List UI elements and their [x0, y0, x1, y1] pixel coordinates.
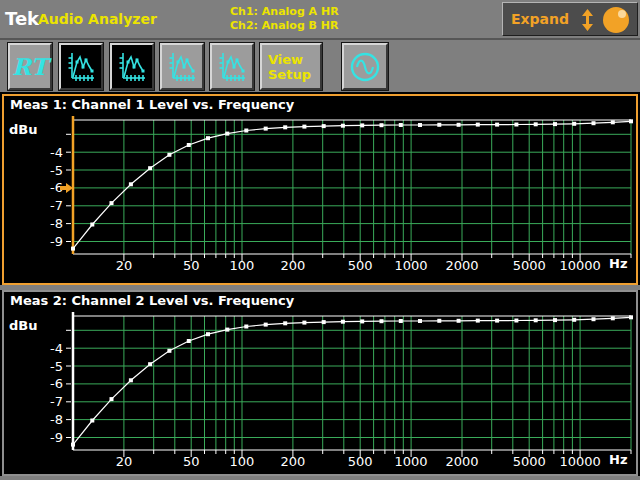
svg-text:100: 100	[230, 258, 255, 273]
title-bar: Tek Audio Analyzer Ch1: Analog A HR Ch2:…	[0, 0, 640, 40]
ch1-status: Ch1: Analog A HR	[230, 5, 339, 19]
panel-separator	[0, 285, 640, 290]
app-title: Audio Analyzer	[38, 11, 157, 27]
svg-text:-8: -8	[50, 216, 63, 231]
sine-wave-icon	[348, 50, 382, 84]
svg-text:2000: 2000	[445, 258, 478, 273]
svg-text:dBu: dBu	[9, 318, 37, 333]
rt-button[interactable]: RT	[8, 43, 52, 90]
chart-icon	[166, 50, 198, 84]
svg-text:50: 50	[183, 454, 200, 469]
svg-text:200: 200	[280, 454, 305, 469]
svg-text:-9: -9	[50, 430, 63, 445]
svg-text:10000: 10000	[559, 258, 600, 273]
view-layout-2-button[interactable]	[110, 43, 154, 90]
expand-control[interactable]: Expand	[502, 2, 638, 36]
svg-text:1000: 1000	[395, 454, 428, 469]
knob-icon[interactable]	[603, 7, 629, 33]
svg-text:500: 500	[348, 454, 373, 469]
ch2-status: Ch2: Analog B HR	[230, 19, 339, 33]
tek-logo: Tek	[5, 8, 39, 29]
svg-text:-4: -4	[50, 341, 63, 356]
svg-text:200: 200	[280, 258, 305, 273]
svg-text:20: 20	[116, 258, 133, 273]
svg-text:-8: -8	[50, 412, 63, 427]
svg-text:20: 20	[116, 454, 133, 469]
chart-icon	[116, 50, 148, 84]
meas2-panel[interactable]: Meas 2: Channel 2 Level vs. Frequency -4…	[2, 290, 638, 476]
meas1-panel[interactable]: Meas 1: Channel 1 Level vs. Frequency -4…	[2, 94, 638, 285]
toolbar: RT	[0, 40, 640, 92]
knob-highlight	[618, 10, 626, 18]
expand-label: Expand	[511, 11, 569, 27]
svg-text:-6: -6	[50, 376, 63, 391]
svg-text:5000: 5000	[513, 258, 546, 273]
svg-text:-4: -4	[50, 145, 63, 160]
svg-text:2000: 2000	[445, 454, 478, 469]
svg-text:1000: 1000	[395, 258, 428, 273]
view-layout-4-button[interactable]	[210, 43, 254, 90]
svg-text:Hz: Hz	[609, 452, 627, 467]
svg-text:dBu: dBu	[9, 122, 37, 137]
svg-text:5000: 5000	[513, 454, 546, 469]
channel-status: Ch1: Analog A HR Ch2: Analog B HR	[230, 5, 339, 33]
view-setup-label: View Setup	[268, 52, 320, 82]
bottom-strip	[0, 476, 640, 480]
svg-text:100: 100	[230, 454, 255, 469]
chart-icon	[65, 50, 97, 84]
up-down-arrow-icon	[581, 9, 594, 31]
rt-label: RT	[12, 53, 48, 80]
svg-text:500: 500	[348, 258, 373, 273]
svg-text:-7: -7	[50, 394, 63, 409]
svg-text:50: 50	[183, 258, 200, 273]
view-setup-button[interactable]: View Setup	[260, 43, 322, 90]
svg-text:10000: 10000	[559, 454, 600, 469]
view-layout-3-button[interactable]	[160, 43, 204, 90]
meas2-plot[interactable]: -4-5-6-7-8-9dBu2050100200500100020005000…	[4, 292, 636, 474]
svg-text:-5: -5	[50, 163, 63, 178]
generator-button[interactable]	[342, 43, 388, 90]
audio-analyzer-screen: Tek Audio Analyzer Ch1: Analog A HR Ch2:…	[0, 0, 640, 480]
view-layout-1-button[interactable]	[59, 43, 103, 90]
svg-text:Hz: Hz	[609, 256, 627, 271]
svg-text:-5: -5	[50, 359, 63, 374]
svg-text:-9: -9	[50, 234, 63, 249]
meas1-plot[interactable]: -4-5-6-7-8-9dBu2050100200500100020005000…	[4, 96, 636, 283]
chart-icon	[216, 50, 248, 84]
svg-text:-7: -7	[50, 198, 63, 213]
